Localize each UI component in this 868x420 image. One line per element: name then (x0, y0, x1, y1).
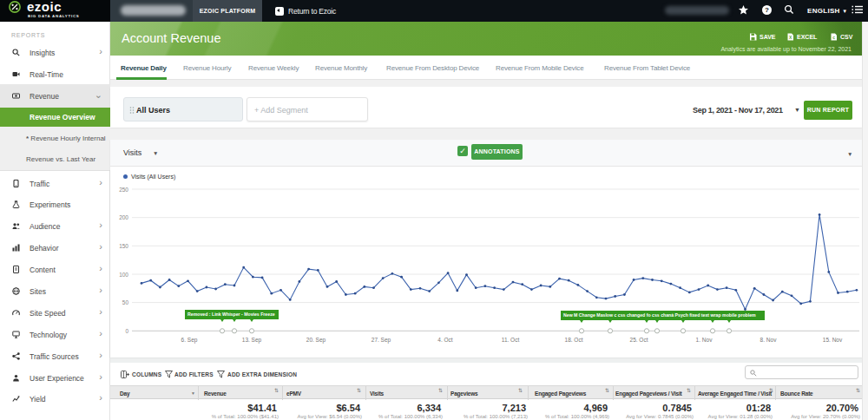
svg-text:c: c (832, 35, 835, 40)
svg-text:?: ? (765, 6, 769, 14)
